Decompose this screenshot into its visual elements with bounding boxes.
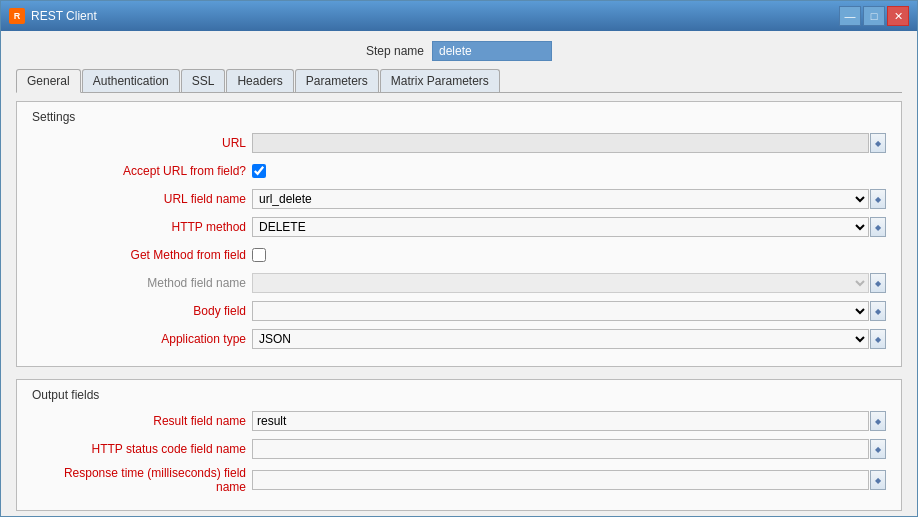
method-field-name-select[interactable]	[252, 273, 869, 293]
response-time-side-btn[interactable]: ◆	[870, 470, 886, 490]
url-row: URL ◆	[32, 132, 886, 154]
url-field-name-select[interactable]: url_delete	[252, 189, 869, 209]
body-field-group: ◆	[252, 301, 886, 321]
body-field-label: Body field	[32, 304, 252, 318]
title-bar-left: R REST Client	[9, 8, 97, 24]
body-field-side-btn[interactable]: ◆	[870, 301, 886, 321]
application-type-group: JSON XML TEXT/PLAIN ◆	[252, 329, 886, 349]
method-field-name-row: Method field name ◆	[32, 272, 886, 294]
method-field-side-btn[interactable]: ◆	[870, 273, 886, 293]
maximize-button[interactable]: □	[863, 6, 885, 26]
http-status-row: HTTP status code field name ◆	[32, 438, 886, 460]
response-time-input[interactable]	[252, 470, 869, 490]
response-time-label: Response time (milliseconds) field name	[32, 466, 252, 494]
application-type-label: Application type	[32, 332, 252, 346]
accept-url-label: Accept URL from field?	[32, 164, 252, 178]
http-method-row: HTTP method DELETE GET POST PUT PATCH ◆	[32, 216, 886, 238]
app-icon: R	[9, 8, 25, 24]
result-field-input[interactable]	[252, 411, 869, 431]
close-button[interactable]: ✕	[887, 6, 909, 26]
output-fields-title: Output fields	[32, 388, 886, 402]
url-label: URL	[32, 136, 252, 150]
http-method-label: HTTP method	[32, 220, 252, 234]
http-status-side-btn[interactable]: ◆	[870, 439, 886, 459]
url-field-name-group: url_delete ◆	[252, 189, 886, 209]
accept-url-checkbox[interactable]	[252, 164, 266, 178]
step-name-label: Step name	[366, 44, 424, 58]
main-content: Step name General Authentication SSL Hea…	[1, 31, 917, 517]
output-fields-section: Output fields Result field name ◆ HTTP s…	[16, 379, 902, 511]
url-input[interactable]	[252, 133, 869, 153]
get-method-label: Get Method from field	[32, 248, 252, 262]
http-method-select[interactable]: DELETE GET POST PUT PATCH	[252, 217, 869, 237]
tab-authentication[interactable]: Authentication	[82, 69, 180, 92]
result-field-label: Result field name	[32, 414, 252, 428]
http-method-group: DELETE GET POST PUT PATCH ◆	[252, 217, 886, 237]
application-type-side-btn[interactable]: ◆	[870, 329, 886, 349]
application-type-select[interactable]: JSON XML TEXT/PLAIN	[252, 329, 869, 349]
step-name-row: Step name	[16, 41, 902, 61]
window-title: REST Client	[31, 9, 97, 23]
accept-url-row: Accept URL from field?	[32, 160, 886, 182]
settings-title: Settings	[32, 110, 886, 124]
title-bar: R REST Client — □ ✕	[1, 1, 917, 31]
tab-headers[interactable]: Headers	[226, 69, 293, 92]
response-time-group: ◆	[252, 470, 886, 490]
result-field-row: Result field name ◆	[32, 410, 886, 432]
body-field-row: Body field ◆	[32, 300, 886, 322]
tab-parameters[interactable]: Parameters	[295, 69, 379, 92]
url-input-group: ◆	[252, 133, 886, 153]
settings-section: Settings URL ◆ Accept URL from field? UR…	[16, 101, 902, 367]
url-field-name-label: URL field name	[32, 192, 252, 206]
http-status-input[interactable]	[252, 439, 869, 459]
title-controls: — □ ✕	[839, 6, 909, 26]
response-time-row: Response time (milliseconds) field name …	[32, 466, 886, 494]
result-field-side-btn[interactable]: ◆	[870, 411, 886, 431]
step-name-input[interactable]	[432, 41, 552, 61]
http-method-side-btn[interactable]: ◆	[870, 217, 886, 237]
tab-ssl[interactable]: SSL	[181, 69, 226, 92]
minimize-button[interactable]: —	[839, 6, 861, 26]
method-field-name-label: Method field name	[32, 276, 252, 290]
url-field-name-row: URL field name url_delete ◆	[32, 188, 886, 210]
method-field-name-group: ◆	[252, 273, 886, 293]
http-status-label: HTTP status code field name	[32, 442, 252, 456]
body-field-select[interactable]	[252, 301, 869, 321]
tab-matrix-parameters[interactable]: Matrix Parameters	[380, 69, 500, 92]
tabs-bar: General Authentication SSL Headers Param…	[16, 69, 902, 93]
get-method-checkbox[interactable]	[252, 248, 266, 262]
http-status-group: ◆	[252, 439, 886, 459]
tab-general[interactable]: General	[16, 69, 81, 93]
rest-client-window: R REST Client — □ ✕ Step name General Au…	[0, 0, 918, 517]
get-method-row: Get Method from field	[32, 244, 886, 266]
url-side-btn[interactable]: ◆	[870, 133, 886, 153]
result-field-group: ◆	[252, 411, 886, 431]
url-field-side-btn[interactable]: ◆	[870, 189, 886, 209]
application-type-row: Application type JSON XML TEXT/PLAIN ◆	[32, 328, 886, 350]
